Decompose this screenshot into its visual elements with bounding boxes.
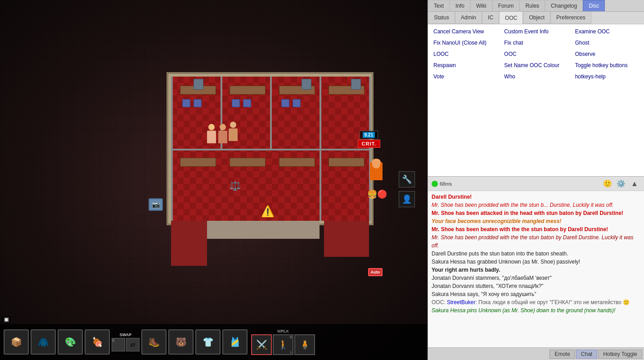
menu-hotkeys-help[interactable]: hotkeys-help xyxy=(572,71,642,82)
status-tab-preferences[interactable]: Preferences xyxy=(550,12,591,24)
menu-vote[interactable]: Vote xyxy=(430,71,500,82)
chat-msg-1: Mr. Shoe has been prodded with the the s… xyxy=(432,201,640,209)
sidebar-icon-1[interactable]: 🔧 xyxy=(399,171,415,187)
toolbar-slot-2[interactable]: 🎨 xyxy=(58,329,83,355)
crit-indicator: CRIT. xyxy=(358,140,381,148)
status-tab-status[interactable]: Status xyxy=(428,12,455,24)
status-tab-ooc[interactable]: OOC xyxy=(499,12,523,24)
tab-text[interactable]: Text xyxy=(428,0,450,11)
game-panel[interactable]: 📷 ⚖️ ⚠️ 9.21 CRIT. 🍔🔴 Auto 🔧 👤 📦 xyxy=(0,0,428,360)
menu-looc[interactable]: LOOC xyxy=(430,49,500,60)
content-area: Cancel Camera View Custom Event Info Exa… xyxy=(428,24,644,176)
chat-msg-3: Your face becomes unrecognizible mangled… xyxy=(432,217,640,225)
emoji-button[interactable]: 🙂 xyxy=(602,178,613,190)
tab-info[interactable]: Info xyxy=(450,0,470,11)
tab-forum[interactable]: Forum xyxy=(492,0,520,11)
chat-msg-11: Sakura Hessa says, "Я хочу его задушить" xyxy=(432,290,640,298)
toolbar-slot-1[interactable]: 🧥 xyxy=(31,329,56,355)
menu-who[interactable]: Who xyxy=(500,71,571,82)
combat-btn[interactable]: ⚔️ xyxy=(251,334,272,355)
toolbar-slot-3[interactable]: 🍖 xyxy=(85,329,110,355)
status-tab-object[interactable]: Object xyxy=(523,12,550,24)
ping-value: 68ms xyxy=(440,181,452,187)
chat-msg-9: Jonatan Dorvanni stammers, "до'лбаебаМ '… xyxy=(432,274,640,282)
menu-fix-nanoui[interactable]: Fix NanoUI (Close All) xyxy=(430,37,500,49)
chat-msg-10: Jonatan Dorvanni stutters, "ХОТите плащИ… xyxy=(432,282,640,290)
swap-btn-arrow[interactable]: ⇄ xyxy=(126,338,140,351)
chat-msg-12: OOC: StreetBuker: Пока люди в общий не о… xyxy=(432,298,640,306)
sidebar-icon-2[interactable]: 👤 xyxy=(399,191,415,207)
chat-msg-7: Sakura Hessa has grabbed Unknown (as Mr.… xyxy=(432,258,640,266)
menu-ooc[interactable]: OOC xyxy=(500,49,571,60)
menu-observe[interactable]: Observe xyxy=(572,49,642,60)
tab-wiki[interactable]: Wiki xyxy=(470,0,492,11)
auto-button[interactable]: Auto xyxy=(368,268,383,276)
menu-respawn[interactable]: Respawn xyxy=(430,60,500,71)
item-burger: 🍔🔴 xyxy=(367,189,387,199)
human-btn[interactable]: 🧍 xyxy=(294,334,315,355)
menu-toggle-hotkey[interactable]: Toggle hotkey buttons xyxy=(572,60,642,71)
status-tab-ic[interactable]: IC xyxy=(482,12,499,24)
swap-btn-e[interactable]: E xyxy=(112,338,125,351)
chat-msg-6: Darell Durstine puts the stun baton into… xyxy=(432,250,640,258)
tab-rules[interactable]: Rules xyxy=(519,0,545,11)
menu-grid: Cancel Camera View Custom Event Info Exa… xyxy=(430,26,642,82)
bottom-toolbar: 📦 🧥 🎨 🍖 SWAP E ⇄ 🥾 🐻 👕 xyxy=(0,324,428,360)
top-tabs: Text Info Wiki Forum Rules Changelog Dis… xyxy=(428,0,644,12)
menu-set-name[interactable]: Set Name OOC Colour xyxy=(500,60,571,71)
chat-messages[interactable]: Darell Durstine! Mr. Shoe has been prodd… xyxy=(428,191,644,347)
wrlk-btn[interactable]: 🚶 R L xyxy=(273,334,293,355)
chat-msg-13: Sakura Hessa pins Unknown (as Mr. Shoe) … xyxy=(432,306,640,314)
chat-container: 68ms 🙂 ⚙️ ▲ Darell Durstine! Mr. Shoe ha… xyxy=(428,176,644,347)
wrlk-label: WRLK xyxy=(277,329,289,333)
toolbar-slot-7[interactable]: 🎽 xyxy=(222,329,248,355)
tab-changelog[interactable]: Changelog xyxy=(545,0,583,11)
character-orange xyxy=(370,162,383,180)
status-tab-admin[interactable]: Admin xyxy=(455,12,482,24)
bottom-left-info: 🔲 xyxy=(2,316,11,323)
toolbar-slot-5[interactable]: 🐻 xyxy=(168,329,194,355)
ooc-username[interactable]: StreetBuker xyxy=(447,299,475,305)
right-panel: Text Info Wiki Forum Rules Changelog Dis… xyxy=(428,0,644,360)
chat-msg-2: Mr. Shoe has been attacked in the head w… xyxy=(432,209,640,217)
ping-indicator: 68ms xyxy=(432,181,452,187)
status-bar: Status Admin IC OOC Object Preferences xyxy=(428,12,644,24)
chat-msg-0: Darell Durstine! xyxy=(432,193,640,201)
bottom-bar: Emote Chat Hotkey Toggle xyxy=(428,347,644,360)
hotkey-toggle-button[interactable]: Hotkey Toggle xyxy=(598,350,642,359)
tab-disc[interactable]: Disc xyxy=(583,0,605,11)
menu-cancel-camera[interactable]: Cancel Camera View xyxy=(430,26,500,37)
scroll-to-bottom-button[interactable]: ▲ xyxy=(629,178,640,190)
health-hud: 9.21 xyxy=(360,131,378,139)
swap-label: SWAP xyxy=(120,333,132,337)
emote-button[interactable]: Emote xyxy=(549,350,575,359)
toolbar-slot-6[interactable]: 👕 xyxy=(195,329,221,355)
menu-fix-chat[interactable]: Fix chat xyxy=(500,37,571,49)
toolbar-slot-4[interactable]: 🥾 xyxy=(141,329,167,355)
game-map: 📷 ⚖️ ⚠️ xyxy=(149,68,383,257)
menu-ghost[interactable]: Ghost xyxy=(572,37,642,49)
ping-dot xyxy=(432,181,438,187)
toolbar-slot-0[interactable]: 📦 xyxy=(4,329,29,355)
settings-button[interactable]: ⚙️ xyxy=(615,178,627,190)
menu-examine-ooc[interactable]: Examine OOC xyxy=(572,26,642,37)
chat-msg-4: Mr. Shoe has been beaten with the the st… xyxy=(432,225,640,233)
menu-custom-event[interactable]: Custom Event Info xyxy=(500,26,571,37)
chat-msg-5: Mr. Shoe has been prodded with the the s… xyxy=(432,233,640,250)
chat-button[interactable]: Chat xyxy=(576,350,597,359)
chat-msg-8: Your right arm hurts badly. xyxy=(432,266,640,274)
chat-header: 68ms 🙂 ⚙️ ▲ xyxy=(428,177,644,191)
